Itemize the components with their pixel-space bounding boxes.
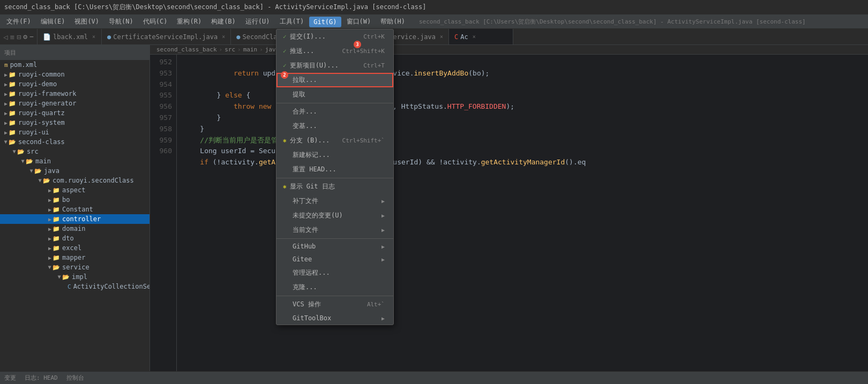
tree-item-impl[interactable]: ▶ 📂 impl <box>0 272 149 282</box>
tree-item-bo[interactable]: ▶ 📁 bo <box>0 195 149 205</box>
tree-label-ruoyi-ui: ruoyi-ui <box>18 129 49 136</box>
tab-close-5[interactable]: × <box>473 34 476 40</box>
git-menu-push[interactable]: ✓ 推送... Ctrl+Shift+K 3 <box>276 44 393 58</box>
git-currentfile-label: 当前文件 <box>293 225 318 235</box>
git-uncommitted-label: 未提交的变更(U) <box>293 211 343 220</box>
git-menu-uncommitted[interactable]: 未提交的变更(U) ▶ <box>276 208 393 223</box>
tree-item-controller[interactable]: ▶ 📁 controller <box>0 214 149 224</box>
git-menu-gitee[interactable]: Gitee ▶ <box>276 253 393 266</box>
arrow-src: ▶ <box>12 150 18 153</box>
toolbar-icon-3[interactable]: ⚙ <box>23 33 27 41</box>
git-menu-update[interactable]: ✓ 更新项目(U)... Ctrl+T <box>276 58 393 73</box>
menu-tools[interactable]: 工具(T) <box>275 16 309 28</box>
menu-help[interactable]: 帮助(H) <box>376 16 409 28</box>
separator-3 <box>276 238 393 239</box>
toolbar-icon-4[interactable]: − <box>29 33 34 41</box>
check-push: ✓ <box>283 48 287 55</box>
tab-icon-5: C <box>454 33 458 41</box>
tree-item-aspect[interactable]: ▶ 📁 aspect <box>0 185 149 195</box>
check-showlog: ✱ <box>283 183 287 190</box>
menu-navigate[interactable]: 导航(N) <box>104 16 138 28</box>
tab-label-5: Ac <box>460 33 468 41</box>
tree-item-excel[interactable]: ▶ 📁 excel <box>0 243 149 253</box>
title-path: second_class_back [C:\Users\贺启衡\Desktop\… <box>419 18 866 26</box>
tree-item-ruoyi-common[interactable]: ▶ 📁 ruoyi-common <box>0 70 149 79</box>
git-menu-vcs[interactable]: VCS 操作 Alt+` <box>276 297 393 312</box>
toolbar-icon-1[interactable]: ≡ <box>10 33 14 41</box>
menu-view[interactable]: 视图(V) <box>70 16 103 28</box>
menu-window[interactable]: 窗口(W) <box>342 16 376 28</box>
tree-item-ruoyi-framework[interactable]: ▶ 📁 ruoyi-framework <box>0 89 149 99</box>
breadcrumb-part-3: main <box>243 46 258 53</box>
tree-item-java[interactable]: ▶ 📂 java <box>0 166 149 176</box>
tree-label-main: main <box>35 157 51 165</box>
tab-close-2[interactable]: × <box>222 34 225 40</box>
tree-item-ruoyi-demo[interactable]: ▶ 📁 ruoyi-demo <box>0 79 149 89</box>
tree-item-ruoyi-ui[interactable]: ▶ 📁 ruoyi-ui <box>0 127 149 137</box>
menu-code[interactable]: 代码(C) <box>139 16 172 28</box>
git-menu-github[interactable]: GitHub ▶ <box>276 240 393 253</box>
check-commit: ✓ <box>283 33 287 40</box>
menu-git[interactable]: Git(G) <box>309 17 341 27</box>
tree-item-constant[interactable]: ▶ 📁 Constant <box>0 205 149 214</box>
code-line-954: } else { <box>183 91 250 99</box>
line-num-953: 953 <box>154 68 172 79</box>
tree-label-com-ruoyi: com.ruoyi.secondClass <box>53 177 134 184</box>
git-menu-resethead[interactable]: 重置 HEAD... <box>276 162 393 177</box>
git-menu-clone[interactable]: 克隆... <box>276 280 393 295</box>
breadcrumb-sep-1: › <box>219 46 223 53</box>
status-console: 控制台 <box>66 374 84 382</box>
git-menu-pull[interactable]: 拉取... 2 <box>276 73 393 87</box>
menu-refactor[interactable]: 重构(R) <box>173 16 206 28</box>
git-menu-gittoolbox[interactable]: GitToolBox ▶ <box>276 312 393 325</box>
git-menu-branch[interactable]: ✱ 分支 (B)... Ctrl+Shift+` <box>276 133 393 148</box>
status-branch: 日志: HEAD <box>25 374 58 382</box>
file-icon-activity: C <box>68 283 71 290</box>
tab-lback[interactable]: 📄 lback.xml × <box>38 29 102 45</box>
tree-item-ruoyi-generator[interactable]: ▶ 📁 ruoyi-generator <box>0 99 149 108</box>
menu-run[interactable]: 运行(U) <box>241 16 274 28</box>
menu-file[interactable]: 文件(F) <box>2 16 35 28</box>
nav-back-icon[interactable]: ◁ <box>3 33 8 41</box>
menu-build[interactable]: 构建(B) <box>207 16 240 28</box>
git-vcs-label: VCS 操作 <box>293 300 321 309</box>
arrow-ruoyi-quartz: ▶ <box>4 110 8 116</box>
tree-label-ruoyi-demo: ruoyi-demo <box>18 80 57 88</box>
git-menu-commit[interactable]: ✓ 提交(I)... Ctrl+K <box>276 29 393 44</box>
tree-item-second-class[interactable]: ▶ 📂 second-class <box>0 137 149 147</box>
git-menu-manage[interactable]: 管理远程... <box>276 266 393 280</box>
tree-item-domain[interactable]: ▶ 📁 domain <box>0 224 149 234</box>
git-menu-rebase[interactable]: 变基... <box>276 119 393 133</box>
git-menu-showlog[interactable]: ✱ 显示 Git 日志 <box>276 179 393 194</box>
tree-label-domain: domain <box>62 225 85 232</box>
submenu-arrow-github: ▶ <box>381 244 385 250</box>
tree-item-ruoyi-system[interactable]: ▶ 📁 ruoyi-system <box>0 118 149 127</box>
tab-label-1: lback.xml <box>53 33 88 41</box>
tree-item-com-ruoyi[interactable]: ▶ 📂 com.ruoyi.secondClass <box>0 176 149 185</box>
submenu-arrow-patch: ▶ <box>381 198 385 204</box>
arrow-excel: ▶ <box>48 245 51 251</box>
tree-item-service[interactable]: ▶ 📂 service <box>0 262 149 272</box>
tab-close-1[interactable]: × <box>92 34 95 40</box>
git-menu-newtag[interactable]: 新建标记... <box>276 148 393 162</box>
tree-item-ruoyi-quartz[interactable]: ▶ 📁 ruoyi-quartz <box>0 108 149 118</box>
tab-close-4[interactable]: × <box>440 34 443 40</box>
status-bar: 变更 日志: HEAD 控制台 <box>0 371 868 384</box>
tree-item-src[interactable]: ▶ 📂 src <box>0 147 149 156</box>
git-menu-fetch[interactable]: 提取 <box>276 87 393 102</box>
line-numbers: 952 953 954 955 956 957 958 959 960 <box>150 55 177 371</box>
git-menu-patch[interactable]: 补丁文件 ▶ <box>276 194 393 208</box>
toolbar-icon-2[interactable]: ⊟ <box>17 33 21 41</box>
arrow-impl: ▶ <box>57 275 63 278</box>
git-menu-currentfile[interactable]: 当前文件 ▶ <box>276 223 393 237</box>
tree-item-dto[interactable]: ▶ 📁 dto <box>0 234 149 243</box>
menu-edit[interactable]: 编辑(E) <box>36 16 70 28</box>
tab-certificate[interactable]: ● CertificateServiceImpl.java × <box>102 29 231 45</box>
git-menu-merge[interactable]: 合并... <box>276 104 393 119</box>
tree-item-main[interactable]: ▶ 📂 main <box>0 156 149 166</box>
git-gittoolbox-label: GitToolBox <box>293 314 331 322</box>
tree-item-pom[interactable]: m pom.xml <box>0 60 149 70</box>
tree-item-activity-collection[interactable]: C ActivityCollectionServiceImpl <box>0 282 149 291</box>
tab-ac[interactable]: C Ac × <box>449 29 513 45</box>
tree-item-mapper[interactable]: ▶ 📁 mapper <box>0 253 149 262</box>
